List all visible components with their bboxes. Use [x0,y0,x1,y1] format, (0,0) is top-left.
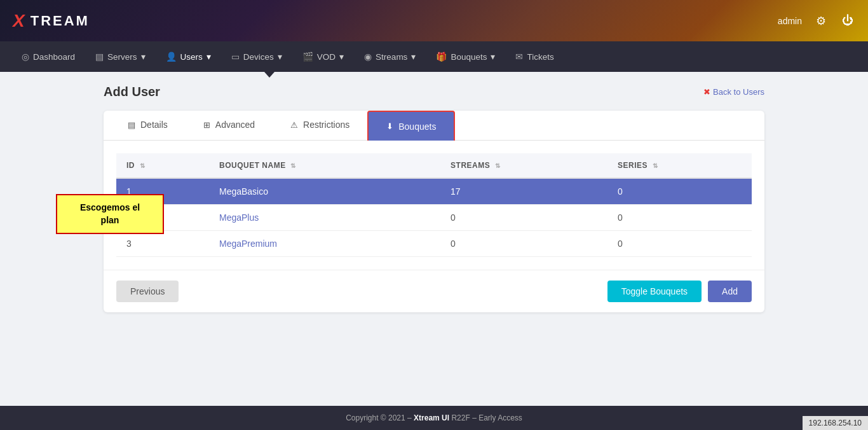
restrictions-tab-icon: ⚠ [290,120,298,130]
cell-series: 0 [607,231,752,257]
annotation-line1: Escogemos el [80,202,140,212]
footer-brand: Xtream UI [414,413,449,422]
cell-streams: 0 [440,205,607,231]
tab-advanced[interactable]: ⊞ Advanced [186,111,273,141]
cell-id: 3 [116,231,209,257]
tab-bouquets-label: Bouquets [398,121,436,132]
nav-item-servers[interactable]: ▤ Servers ▾ [86,48,154,66]
card-footer: Previous Toggle Bouquets Add [104,270,764,312]
footer-right: Toggle Bouquets Add [607,281,752,302]
cell-name[interactable]: MegaPlus [209,205,440,231]
bouquets-icon: 🎁 [436,52,447,62]
sort-id-icon: ⇅ [140,162,146,169]
table-wrapper: ID ⇅ BOUQUET NAME ⇅ STREAMS ⇅ SERIES [104,141,764,270]
tab-restrictions-label: Restrictions [303,120,349,130]
cell-series: 0 [607,205,752,231]
tabs-container: ▤ Details ⊞ Advanced ⚠ Restrictions ⬇ Bo… [104,111,764,141]
nav-label-tickets: Tickets [527,52,553,62]
servers-icon: ▤ [95,52,104,62]
table-header-row: ID ⇅ BOUQUET NAME ⇅ STREAMS ⇅ SERIES [116,153,752,178]
servers-chevron-icon: ▾ [141,52,146,62]
table-row[interactable]: 1 MegaBasico 17 0 [116,178,752,205]
dashboard-icon: ◎ [22,52,29,62]
table-row[interactable]: 2 MegaPlus 0 0 [116,205,752,231]
admin-label: admin [778,16,802,26]
back-label: Back to Users [713,87,764,97]
sort-streams-icon: ⇅ [495,162,501,169]
main-nav: ◎ Dashboard ▤ Servers ▾ 👤 Users ▾ ▭ Devi… [0,41,868,72]
previous-button[interactable]: Previous [116,281,179,302]
ip-badge: 192.168.254.10 [803,416,868,430]
annotation-box: Escogemos el plan [56,194,164,234]
add-button[interactable]: Add [708,281,752,302]
tab-details[interactable]: ▤ Details [110,111,186,141]
vod-chevron-icon: ▾ [339,52,344,62]
main-nav-wrapper: ◎ Dashboard ▤ Servers ▾ 👤 Users ▾ ▭ Devi… [0,41,868,72]
power-icon[interactable]: ⏻ [840,13,855,29]
cell-name[interactable]: MegaBasico [209,178,440,205]
back-icon: ✖ [703,87,710,97]
cell-series: 0 [607,178,752,205]
cell-streams: 17 [440,178,607,205]
cell-streams: 0 [440,231,607,257]
nav-item-dashboard[interactable]: ◎ Dashboard [13,48,84,66]
users-chevron-icon: ▾ [207,52,211,62]
main-card: ▤ Details ⊞ Advanced ⚠ Restrictions ⬇ Bo… [104,111,764,312]
tab-advanced-label: Advanced [215,120,255,130]
nav-arrow [264,72,275,78]
col-bouquet-name[interactable]: BOUQUET NAME ⇅ [209,153,440,178]
bouquets-tab-icon: ⬇ [386,121,393,131]
sort-series-icon: ⇅ [653,162,658,169]
nav-label-devices: Devices [243,52,274,62]
tab-details-label: Details [140,120,168,130]
nav-label-bouquets: Bouquets [451,52,487,62]
nav-item-devices[interactable]: ▭ Devices ▾ [222,48,291,66]
nav-item-vod[interactable]: 🎬 VOD ▾ [294,48,353,66]
nav-label-dashboard: Dashboard [33,52,75,62]
table-row[interactable]: 3 MegaPremium 0 0 [116,231,752,257]
logo-text: TREAM [31,13,90,29]
topbar: X TREAM admin ⚙ ⏻ [0,0,868,41]
nav-item-bouquets[interactable]: 🎁 Bouquets ▾ [427,48,504,66]
footer-copyright: Copyright © 2021 – [346,413,412,422]
nav-item-streams[interactable]: ◉ Streams ▾ [355,48,424,66]
col-streams[interactable]: STREAMS ⇅ [440,153,607,178]
cell-name[interactable]: MegaPremium [209,231,440,257]
topbar-right: admin ⚙ ⏻ [778,13,855,29]
streams-icon: ◉ [364,52,372,62]
details-tab-icon: ▤ [128,120,135,130]
table-body: 1 MegaBasico 17 0 2 MegaPlus 0 0 3 MegaP… [116,178,752,257]
page-header: Add User ✖ Back to Users [104,85,764,99]
nav-label-users: Users [180,52,203,62]
nav-item-users[interactable]: 👤 Users ▾ [157,48,220,66]
devices-chevron-icon: ▾ [278,52,282,62]
annotation-line2: plan [101,215,119,225]
bouquets-table: ID ⇅ BOUQUET NAME ⇅ STREAMS ⇅ SERIES [116,153,752,257]
nav-item-tickets[interactable]: ✉ Tickets [506,48,562,66]
toggle-bouquets-button[interactable]: Toggle Bouquets [607,281,702,302]
advanced-tab-icon: ⊞ [203,120,210,130]
streams-chevron-icon: ▾ [411,52,416,62]
sort-name-icon: ⇅ [290,162,296,169]
nav-label-vod: VOD [317,52,336,62]
devices-icon: ▭ [231,52,240,62]
col-id[interactable]: ID ⇅ [116,153,209,178]
bouquets-chevron-icon: ▾ [491,52,495,62]
page-content: Add User ✖ Back to Users ▤ Details ⊞ Adv… [85,72,783,325]
tab-restrictions[interactable]: ⚠ Restrictions [273,111,367,141]
page-footer: Copyright © 2021 – Xtream UI R22F – Earl… [0,406,868,430]
gear-icon[interactable]: ⚙ [813,13,829,29]
nav-label-servers: Servers [107,52,137,62]
footer-version: R22F – Early Access [451,413,522,422]
col-series[interactable]: SERIES ⇅ [607,153,752,178]
page-title: Add User [104,85,160,99]
users-icon: 👤 [166,52,177,62]
logo: X TREAM [13,11,90,31]
tab-bouquets[interactable]: ⬇ Bouquets [367,111,455,141]
nav-label-streams: Streams [376,52,407,62]
logo-x-icon: X [13,11,27,31]
vod-icon: 🎬 [302,52,313,62]
tickets-icon: ✉ [515,52,523,62]
back-to-users-link[interactable]: ✖ Back to Users [703,87,764,97]
